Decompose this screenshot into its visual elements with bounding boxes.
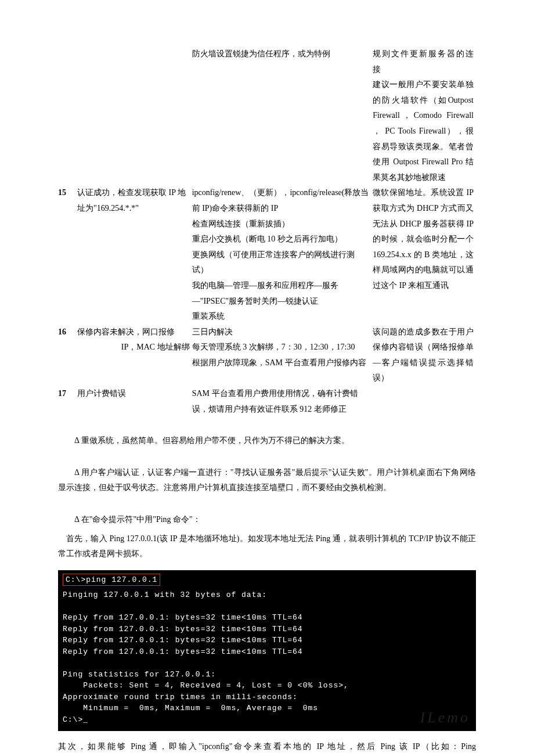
cell-solution: 防火墙设置锐捷为信任程序，或为特例 [192,46,373,185]
note-block: Δ 用户客户端认证，认证客户端一直进行："寻找认证服务器"最后提示"认证失败"。… [58,465,476,496]
cell-note: 规则文件更新服务器的连 接 建议一般用户不要安装单独的防火墙软件（如Outpos… [373,46,476,185]
terminal-screenshot: C:\>ping 127.0.0.1 Pinging 127.0.0.1 wit… [58,570,476,732]
cell-note: 该问题的造成多数在于用户保修内容错误（网络报修单—客户端错误提示选择错误） [373,325,476,386]
terminal-line: Pinging 127.0.0.1 with 32 bytes of data: [63,591,267,599]
terminal-line: Reply from 127.0.0.1: bytes=32 time<10ms… [63,613,303,622]
terminal-command: C:\>ping 127.0.0.1 [63,574,160,586]
note-paragraph: 其次，如果能够 Ping 通，即输入"ipconfig"命令来查看本地的 IP … [58,739,476,756]
terminal-line: Reply from 127.0.0.1: bytes=32 time<10ms… [63,636,303,645]
cell-solution: SAM 平台查看用户费用使用情况，确有计费错误，烦请用户持有效证件联系 912 … [192,386,373,417]
table-row: 17 用户计费错误 SAM 平台查看用户费用使用情况，确有计费错误，烦请用户持有… [58,386,476,417]
note-paragraph: Δ 重做系统，虽然简单。但容易给用户带不便，只作为万不得已的解决方案。 [58,433,476,449]
cell-issue: 保修内容未解决，网口报修 IP，MAC 地址解绑 [77,325,192,386]
cell-number: 16 [58,325,77,386]
terminal-prompt: C:\>_ [63,715,88,724]
cell-number: 15 [58,185,77,324]
note-block: Δ 在"命令提示符"中用"Ping 命令"： 首先，输入 Ping 127.0.… [58,512,476,562]
cell-note [373,386,476,417]
cell-note: 微软保留地址。系统设置 IP 获取方式为 DHCP 方式而又无法从 DHCP 服… [373,185,476,324]
document-page: 防火墙设置锐捷为信任程序，或为特例 规则文件更新服务器的连 接 建议一般用户不要… [29,0,505,756]
terminal-line: Reply from 127.0.0.1: bytes=32 time<10ms… [63,625,303,633]
troubleshoot-table: 防火墙设置锐捷为信任程序，或为特例 规则文件更新服务器的连 接 建议一般用户不要… [58,46,476,417]
cell-number: 17 [58,386,77,417]
table-row: 16 保修内容未解决，网口报修 IP，MAC 地址解绑 三日内解决 每天管理系统… [58,325,476,386]
note-paragraph: Δ 用户客户端认证，认证客户端一直进行："寻找认证服务器"最后提示"认证失败"。… [58,465,476,496]
terminal-line: Approximate round trip times in milli-se… [63,693,298,701]
note-block: Δ 重做系统，虽然简单。但容易给用户带不便，只作为万不得已的解决方案。 [58,433,476,449]
cell-solution: 三日内解决 每天管理系统 3 次解绑，7：30，12:30，17:30 根据用户… [192,325,373,386]
terminal-line: Reply from 127.0.0.1: bytes=32 time<10ms… [63,647,303,656]
cell-solution: ipconfig/renew、（更新），ipconfig/release(释放当… [192,185,373,324]
table-row: 15 认证成功，检查发现获取 IP 地址为"169.254.*.*" ipcon… [58,185,476,324]
terminal-line: Minimum = 0ms, Maximum = 0ms, Average = … [63,704,318,712]
cell-issue: 用户计费错误 [77,386,192,417]
cell-issue: 认证成功，检查发现获取 IP 地址为"169.254.*.*" [77,185,192,324]
terminal-line: Ping statistics for 127.0.0.1: [63,670,216,679]
note-heading: Δ 在"命令提示符"中用"Ping 命令"： [58,512,476,528]
table-row: 防火墙设置锐捷为信任程序，或为特例 规则文件更新服务器的连 接 建议一般用户不要… [58,46,476,185]
watermark-text: ILemo [420,706,470,729]
note-paragraph: 首先，输入 Ping 127.0.0.1(该 IP 是本地循环地址)。如发现本地… [58,531,476,562]
terminal-line: Packets: Sent = 4, Received = 4, Lost = … [63,681,349,690]
